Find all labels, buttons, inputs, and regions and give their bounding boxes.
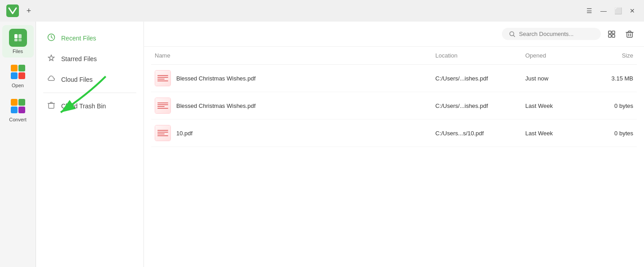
nav-item-trash[interactable]: Cloud Trash Bin bbox=[40, 97, 140, 116]
file-opened: Just now bbox=[525, 75, 588, 82]
app-logo bbox=[5, 4, 20, 18]
recent-files-label: Recent Files bbox=[61, 35, 96, 42]
nav-item-recent[interactable]: Recent Files bbox=[40, 29, 140, 48]
new-tab-button[interactable]: + bbox=[23, 5, 34, 16]
file-opened: Last Week bbox=[525, 130, 588, 137]
svg-rect-6 bbox=[49, 103, 54, 108]
convert-label: Convert bbox=[9, 117, 27, 122]
col-name: Name bbox=[155, 52, 435, 59]
file-size: 0 bytes bbox=[588, 130, 633, 137]
file-name-cell: Blessed Christmas Wishes.pdf bbox=[155, 98, 435, 114]
search-box[interactable] bbox=[502, 28, 601, 40]
svg-rect-1 bbox=[14, 34, 18, 38]
table-row[interactable]: 10.pdf C:/Users...s/10.pdf Last Week 0 b… bbox=[151, 120, 637, 147]
file-opened: Last Week bbox=[525, 102, 588, 109]
nav-item-starred[interactable]: Starred Files bbox=[40, 49, 140, 68]
svg-rect-9 bbox=[612, 31, 615, 34]
clock-icon bbox=[47, 33, 56, 43]
table-row[interactable]: Blessed Christmas Wishes.pdf C:/Users/..… bbox=[151, 92, 637, 120]
sidebar-item-convert[interactable]: Convert bbox=[2, 93, 34, 126]
file-location: C:/Users...s/10.pdf bbox=[435, 130, 525, 137]
content-area: Name Location Opened Size bbox=[144, 22, 644, 267]
table-row[interactable]: Blessed Christmas Wishes.pdf C:/Users/..… bbox=[151, 65, 637, 92]
main-layout: Files Open Convert bbox=[0, 22, 644, 267]
open-label: Open bbox=[12, 83, 24, 88]
nav-item-cloud[interactable]: Cloud Files bbox=[40, 70, 140, 89]
star-icon bbox=[47, 54, 56, 64]
minimize-button[interactable]: — bbox=[597, 4, 610, 17]
svg-rect-10 bbox=[608, 35, 611, 37]
svg-rect-12 bbox=[627, 32, 632, 37]
sidebar-item-files[interactable]: Files bbox=[2, 25, 34, 58]
col-location: Location bbox=[435, 52, 525, 59]
svg-rect-0 bbox=[6, 4, 19, 17]
cloud-icon bbox=[47, 75, 56, 85]
files-label: Files bbox=[13, 49, 23, 54]
files-icon bbox=[9, 29, 27, 47]
file-name-cell: 10.pdf bbox=[155, 125, 435, 141]
file-thumbnail bbox=[155, 125, 171, 141]
file-thumbnail bbox=[155, 98, 171, 114]
file-list-header: Name Location Opened Size bbox=[151, 47, 637, 65]
cloud-files-label: Cloud Files bbox=[61, 76, 93, 83]
file-name-cell: Blessed Christmas Wishes.pdf bbox=[155, 70, 435, 86]
col-opened: Opened bbox=[525, 52, 588, 59]
file-thumbnail bbox=[155, 70, 171, 86]
file-name: 10.pdf bbox=[176, 130, 192, 137]
convert-icon bbox=[9, 97, 27, 115]
svg-rect-2 bbox=[18, 34, 22, 38]
maximize-button[interactable]: ⬜ bbox=[612, 4, 624, 17]
layout-icon bbox=[608, 30, 616, 38]
search-icon bbox=[509, 31, 515, 37]
file-list: Name Location Opened Size bbox=[144, 47, 644, 267]
menu-button[interactable]: ☰ bbox=[583, 4, 595, 17]
file-name: Blessed Christmas Wishes.pdf bbox=[176, 75, 255, 82]
svg-rect-11 bbox=[612, 35, 615, 37]
title-bar-controls: ☰ — ⬜ ✕ bbox=[583, 4, 639, 17]
open-icon bbox=[9, 63, 27, 81]
file-name: Blessed Christmas Wishes.pdf bbox=[176, 102, 255, 109]
search-input[interactable] bbox=[519, 31, 591, 37]
svg-rect-3 bbox=[14, 39, 18, 41]
trash-label: Cloud Trash Bin bbox=[61, 102, 106, 110]
file-location: C:/Users/...ishes.pdf bbox=[435, 75, 525, 82]
close-button[interactable]: ✕ bbox=[626, 4, 639, 17]
layout-toggle-button[interactable] bbox=[604, 27, 619, 41]
svg-rect-8 bbox=[608, 31, 611, 34]
delete-button[interactable] bbox=[622, 27, 637, 41]
title-bar: + ☰ — ⬜ ✕ bbox=[0, 0, 644, 22]
file-size: 3.15 MB bbox=[588, 75, 633, 82]
starred-files-label: Starred Files bbox=[61, 55, 97, 62]
col-size: Size bbox=[588, 52, 633, 59]
nav-sidebar: Recent Files Starred Files Cloud Files bbox=[36, 22, 144, 267]
file-location: C:/Users/...ishes.pdf bbox=[435, 102, 525, 109]
title-bar-left: + bbox=[5, 4, 34, 18]
svg-rect-4 bbox=[18, 39, 22, 41]
icon-sidebar: Files Open Convert bbox=[0, 22, 36, 267]
sidebar-item-open[interactable]: Open bbox=[2, 59, 34, 92]
trash-icon bbox=[47, 101, 56, 111]
file-size: 0 bytes bbox=[588, 102, 633, 109]
toolbar bbox=[144, 22, 644, 47]
delete-icon bbox=[626, 30, 634, 38]
